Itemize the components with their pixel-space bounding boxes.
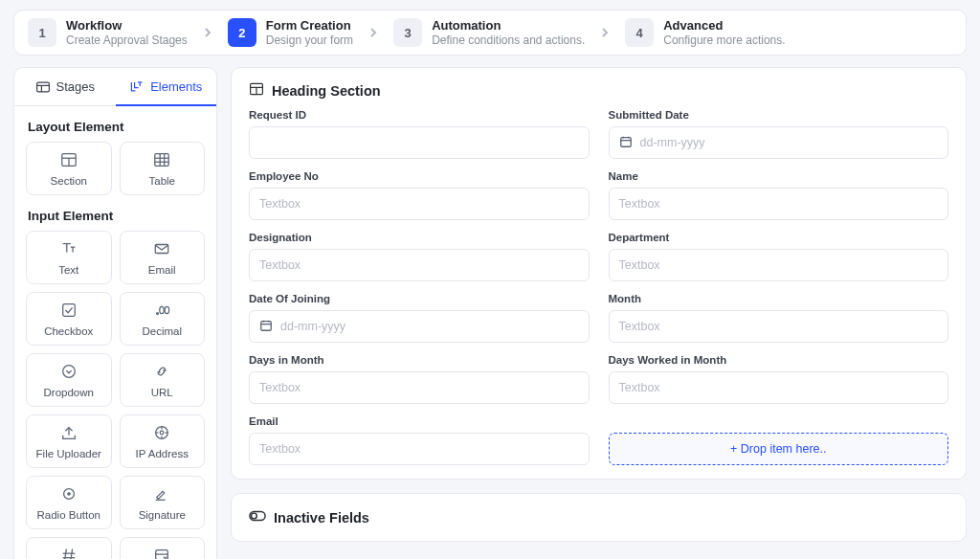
field-label: Request ID <box>249 109 590 121</box>
radio-icon <box>59 484 78 503</box>
upload-icon <box>59 423 78 442</box>
calendar-icon <box>619 135 633 151</box>
svg-rect-42 <box>620 137 631 146</box>
tab-elements[interactable]: Elements <box>116 68 217 106</box>
field-label: Month <box>609 293 949 304</box>
field-date-of-joining[interactable]: Date Of Joining dd-mm-yyyy <box>249 293 590 343</box>
sidebar-tabs: Stages Elements <box>14 68 216 106</box>
textbox-input[interactable]: Textbox <box>249 249 590 281</box>
palette-number[interactable]: Number <box>26 537 112 559</box>
signature-icon <box>152 484 171 503</box>
field-label: Employee No <box>249 170 590 182</box>
palette-ms-dropdown[interactable]: MS DropDown <box>120 537 206 559</box>
decimal-icon <box>152 301 171 320</box>
palette-file-uploader[interactable]: File Uploader <box>26 414 112 468</box>
textbox-input[interactable]: Textbox <box>249 433 590 465</box>
heading-section-card: Heading Section Request ID Submitted Dat… <box>231 67 967 480</box>
layout-element-header: Layout Element <box>14 106 216 142</box>
section-title: Heading Section <box>272 83 381 99</box>
text-icon <box>59 239 78 258</box>
ip-icon <box>152 423 171 442</box>
step-workflow[interactable]: 1 Workflow Create Approval Stages <box>28 18 188 47</box>
step-subtitle: Configure more actions. <box>663 34 785 47</box>
field-month[interactable]: Month Textbox <box>609 293 949 343</box>
palette-decimal[interactable]: Decimal <box>120 292 206 346</box>
palette-radio-button[interactable]: Radio Button <box>26 476 112 529</box>
step-subtitle: Design your form <box>266 34 353 47</box>
step-subtitle: Create Approval Stages <box>66 34 188 47</box>
field-email[interactable]: Email Textbox <box>249 415 590 465</box>
table-icon <box>152 150 171 169</box>
section-icon <box>59 150 78 169</box>
dropzone-slot[interactable]: + Drop item here.. <box>609 415 949 465</box>
calendar-icon <box>259 319 273 335</box>
palette-label: Text <box>58 264 78 276</box>
textbox-input[interactable] <box>249 126 590 159</box>
palette-email[interactable]: Email <box>120 231 206 284</box>
placeholder: Textbox <box>259 258 301 272</box>
step-title: Automation <box>432 18 585 33</box>
textbox-input[interactable]: Textbox <box>249 371 590 404</box>
date-input[interactable]: dd-mm-yyyy <box>249 310 590 343</box>
field-days-in-month[interactable]: Days in Month Textbox <box>249 354 590 404</box>
textbox-input[interactable]: Textbox <box>609 249 949 281</box>
step-advanced[interactable]: 4 Advanced Configure more actions. <box>625 18 785 47</box>
step-form-creation[interactable]: 2 Form Creation Design your form <box>228 18 353 47</box>
field-label: Date Of Joining <box>249 293 590 304</box>
chevron-right-icon <box>199 24 216 41</box>
placeholder: Textbox <box>619 381 660 394</box>
step-title: Workflow <box>66 18 188 33</box>
palette-dropdown[interactable]: Dropdown <box>26 353 112 407</box>
palette-signature[interactable]: Signature <box>120 476 206 529</box>
palette-url[interactable]: URL <box>120 353 206 407</box>
dropzone[interactable]: + Drop item here.. <box>609 433 949 465</box>
palette-label: Section <box>51 175 87 187</box>
textbox-input[interactable]: Textbox <box>249 188 590 220</box>
field-employee-no[interactable]: Employee No Textbox <box>249 170 590 220</box>
tab-label: Stages <box>56 79 95 94</box>
number-icon <box>59 546 78 559</box>
svg-rect-0 <box>36 82 49 92</box>
palette-checkbox[interactable]: Checkbox <box>26 292 112 346</box>
palette-label: Email <box>148 264 176 276</box>
textbox-input[interactable]: Textbox <box>609 371 949 404</box>
palette-table[interactable]: Table <box>120 142 206 195</box>
step-subtitle: Define conditions and actions. <box>432 34 585 47</box>
field-submitted-date[interactable]: Submitted Date dd-mm-yyyy <box>609 109 949 159</box>
textbox-input[interactable]: Textbox <box>609 310 949 343</box>
field-request-id[interactable]: Request ID <box>249 109 590 159</box>
section-icon <box>249 81 264 100</box>
field-label: Email <box>249 415 590 427</box>
tab-stages[interactable]: Stages <box>14 68 116 105</box>
tab-label: Elements <box>150 79 202 94</box>
svg-rect-18 <box>62 304 75 317</box>
field-label: Name <box>609 170 949 182</box>
svg-point-31 <box>67 492 71 496</box>
palette-section[interactable]: Section <box>26 142 112 195</box>
field-label: Days in Month <box>249 354 590 366</box>
palette-label: Radio Button <box>37 509 101 521</box>
inactive-fields-card[interactable]: Inactive Fields <box>231 493 967 542</box>
date-input[interactable]: dd-mm-yyyy <box>609 126 949 159</box>
palette-ip-address[interactable]: IP Address <box>120 414 206 468</box>
palette-label: Checkbox <box>44 325 93 337</box>
field-department[interactable]: Department Textbox <box>609 232 949 281</box>
step-automation[interactable]: 3 Automation Define conditions and actio… <box>393 18 585 47</box>
placeholder: Textbox <box>619 258 660 272</box>
dropzone-text: + Drop item here.. <box>730 442 826 456</box>
textbox-input[interactable]: Textbox <box>609 188 949 220</box>
field-days-worked-in-month[interactable]: Days Worked in Month Textbox <box>609 354 949 404</box>
chevron-right-icon <box>596 24 613 41</box>
svg-point-21 <box>165 306 169 313</box>
input-element-header: Input Element <box>14 195 216 231</box>
field-designation[interactable]: Designation Textbox <box>249 232 590 281</box>
svg-point-19 <box>157 313 159 315</box>
field-name[interactable]: Name Textbox <box>609 170 949 220</box>
toggle-off-icon <box>249 507 266 527</box>
placeholder: dd-mm-yyyy <box>280 320 345 333</box>
placeholder: Textbox <box>259 381 301 394</box>
step-title: Advanced <box>663 18 785 33</box>
palette-label: File Uploader <box>36 448 101 459</box>
svg-rect-46 <box>261 321 272 330</box>
palette-text[interactable]: Text <box>26 231 112 284</box>
